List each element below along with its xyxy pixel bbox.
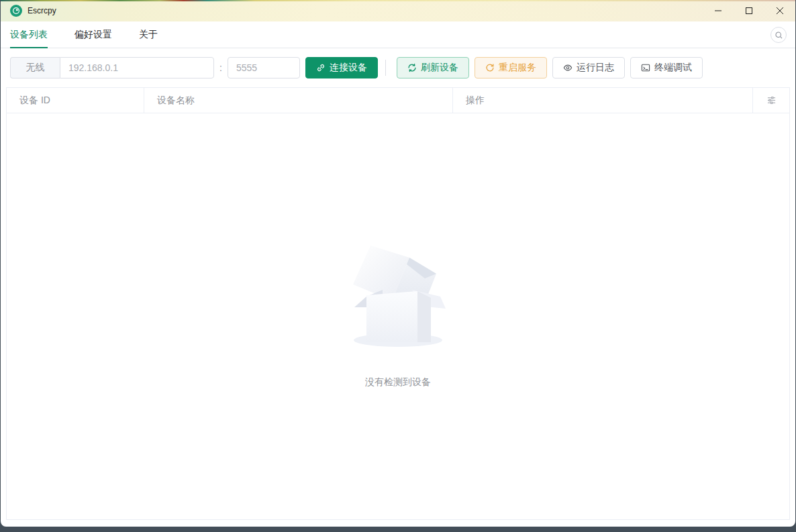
refresh-devices-label: 刷新设备 [421,62,458,74]
column-header-device-name: 设备名称 [144,88,453,113]
tab-device-list[interactable]: 设备列表 [10,21,48,48]
connect-device-button[interactable]: 连接设备 [305,57,378,78]
refresh-right-icon [485,63,495,72]
column-settings-cell [753,88,789,113]
table-body: 没有检测到设备 [7,113,789,519]
eye-icon [563,63,573,72]
maximize-icon [745,7,753,15]
tab-label: 关于 [139,29,158,41]
app-window: Escrcpy 设备列表 偏好设置 关于 无线 [1,0,795,527]
search-button[interactable] [770,27,787,43]
restart-service-label: 重启服务 [499,62,536,74]
window-controls [703,0,795,21]
column-header-device-id: 设备 ID [7,88,144,113]
toolbar-divider [385,60,386,76]
tab-bar: 设备列表 偏好设置 关于 [1,21,795,48]
address-input-group: 无线 [10,57,214,78]
minimize-button[interactable] [703,0,734,21]
window-title: Escrcpy [28,6,56,15]
empty-box-illustration [348,244,448,348]
search-icon [775,31,783,40]
toolbar: 无线 : 连接设备 刷新设备 重启服务 [1,48,795,87]
app-icon [10,5,22,17]
column-header-actions: 操作 [453,88,753,113]
close-icon [776,7,784,15]
titlebar: Escrcpy [1,0,795,21]
empty-state-text: 没有检测到设备 [365,376,431,388]
tab-label: 设备列表 [10,29,48,41]
refresh-icon [407,63,417,72]
tab-about[interactable]: 关于 [139,21,158,48]
port-separator: : [219,62,222,73]
terminal-icon [641,63,650,72]
minimize-icon [714,7,722,15]
terminal-debug-label: 终端调试 [654,62,692,74]
maximize-button[interactable] [734,0,764,21]
ip-input[interactable] [60,57,214,78]
port-input[interactable] [228,57,300,78]
link-icon [316,63,326,72]
tab-label: 偏好设置 [74,29,112,41]
tab-preferences[interactable]: 偏好设置 [74,21,112,48]
terminal-debug-button[interactable]: 终端调试 [630,57,703,78]
restart-service-button[interactable]: 重启服务 [475,57,547,78]
sliders-icon [766,95,777,105]
close-button[interactable] [764,0,795,21]
run-logs-button[interactable]: 运行日志 [552,57,625,78]
wireless-mode-label: 无线 [10,57,60,78]
column-settings-button[interactable] [766,95,777,105]
refresh-devices-button[interactable]: 刷新设备 [397,57,469,78]
empty-state: 没有检测到设备 [348,244,448,388]
device-table: 设备 ID 设备名称 操作 [6,87,790,520]
run-logs-label: 运行日志 [577,62,614,74]
table-header-row: 设备 ID 设备名称 操作 [7,88,789,113]
connect-device-label: 连接设备 [330,62,367,74]
